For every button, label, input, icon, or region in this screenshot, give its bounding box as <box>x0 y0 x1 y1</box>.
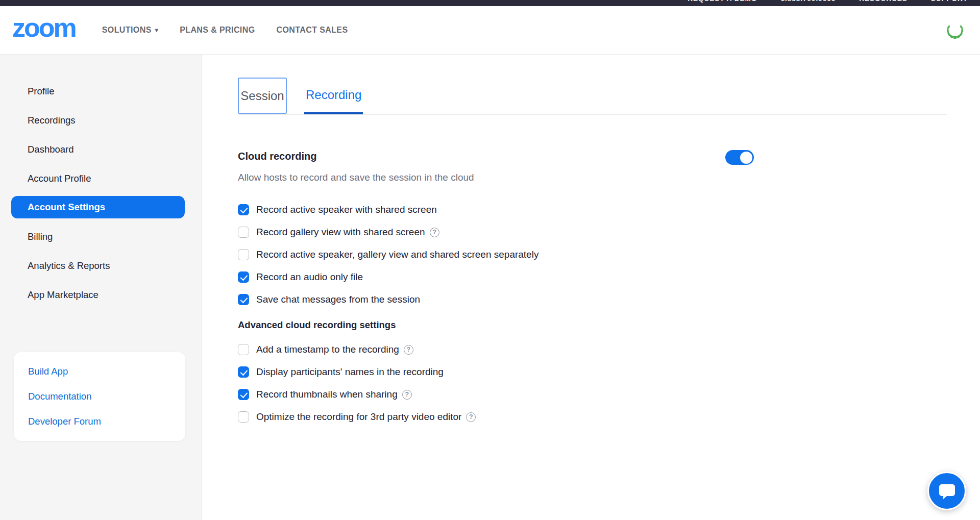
sidebar-item[interactable]: Account Settings <box>11 196 185 218</box>
sidebar-item[interactable]: Billing <box>0 222 201 251</box>
chat-launcher-button[interactable] <box>927 472 966 510</box>
help-question-icon[interactable]: ? <box>404 345 413 355</box>
checkbox[interactable] <box>238 249 249 260</box>
sidebar-item[interactable]: Analytics & Reports <box>0 251 201 280</box>
sidebar-item[interactable]: Dashboard <box>0 135 201 164</box>
checkbox-label: Record active speaker, gallery view and … <box>256 249 538 260</box>
topbar-link[interactable]: SUPPORT <box>931 0 968 3</box>
advanced-settings-title: Advanced cloud recording settings <box>238 319 947 331</box>
topbar-link[interactable]: REQUEST A DEMO <box>688 0 757 3</box>
developer-link[interactable]: Developer Forum <box>14 409 185 434</box>
sidebar-item-label: Account Profile <box>28 173 91 184</box>
checkbox-label: Record an audio only file <box>256 271 363 283</box>
developer-links-card: Build App Documentation Developer Forum <box>14 352 185 441</box>
checkbox[interactable] <box>238 366 249 378</box>
help-question-icon[interactable]: ? <box>466 412 476 422</box>
laurel-wreath-icon <box>944 19 966 41</box>
setting-checkbox-row: Record active speaker, gallery view and … <box>238 243 947 266</box>
cloud-recording-title: Cloud recording <box>238 151 316 162</box>
cloud-recording-options: Record active speaker with shared screen… <box>238 199 947 311</box>
zoom-logo[interactable]: zoom <box>12 14 76 46</box>
help-question-icon[interactable]: ? <box>430 228 439 237</box>
setting-checkbox-row: Record active speaker with shared screen… <box>238 199 947 221</box>
checkbox[interactable] <box>238 411 249 423</box>
checkbox-label: Record gallery view with shared screen <box>256 227 425 238</box>
zoom-settings-page: REQUEST A DEMO1.888.799.9666RESOURCESSUP… <box>0 0 980 520</box>
help-question-icon[interactable]: ? <box>402 390 412 400</box>
checkbox-label: Display participants' names in the recor… <box>256 366 444 378</box>
sidebar-item[interactable]: Profile <box>0 77 201 106</box>
cloud-recording-header-row: Cloud recording <box>238 151 947 165</box>
sidebar-item-label: Profile <box>28 86 54 97</box>
setting-checkbox-row: Save chat messages from the session ? <box>238 288 947 311</box>
cloud-recording-description: Allow hosts to record and save the sessi… <box>238 172 947 183</box>
sidebar-item-label: Account Settings <box>28 202 105 213</box>
utility-topbar: REQUEST A DEMO1.888.799.9666RESOURCESSUP… <box>0 0 980 6</box>
cloud-recording-toggle[interactable] <box>725 150 754 165</box>
settings-tabs: Session Recording <box>238 78 947 115</box>
setting-checkbox-row: Record thumbnails when sharing ? <box>238 383 947 406</box>
setting-checkbox-row: Record an audio only file ? <box>238 266 947 288</box>
toggle-knob <box>740 152 752 164</box>
chat-bubble-icon <box>939 484 955 496</box>
page-body: Profile Recordings Dashboard Account Pro… <box>0 55 980 520</box>
sidebar-item[interactable]: Recordings <box>0 106 201 135</box>
setting-checkbox-row: Record gallery view with shared screen ? <box>238 221 947 243</box>
sidebar-item-label: Analytics & Reports <box>28 260 110 271</box>
settings-content: Session Recording Cloud recording Allow … <box>202 55 980 520</box>
developer-link[interactable]: Build App <box>14 359 185 384</box>
checkbox[interactable] <box>238 344 249 355</box>
tab-session[interactable]: Session <box>238 78 287 114</box>
topbar-link[interactable]: 1.888.799.9666 <box>780 0 836 3</box>
sidebar-item-label: Recordings <box>28 115 76 126</box>
sidebar-item-label: Dashboard <box>28 144 74 155</box>
sidebar-item-label: Billing <box>28 231 53 242</box>
header-nav-item[interactable]: PLANS & PRICING ▾ <box>180 26 255 35</box>
sidebar-item[interactable]: Account Profile <box>0 164 201 193</box>
sidebar-item-label: App Marketplace <box>28 289 99 301</box>
setting-checkbox-row: Optimize the recording for 3rd party vid… <box>238 406 947 428</box>
sidebar-item[interactable]: App Marketplace <box>0 280 201 309</box>
topbar-link[interactable]: RESOURCES <box>859 0 908 3</box>
checkbox[interactable] <box>238 389 249 400</box>
header-nav-item[interactable]: CONTACT SALES ▾ <box>276 26 348 35</box>
setting-checkbox-row: Add a timestamp to the recording ? <box>238 338 947 361</box>
checkbox[interactable] <box>238 204 249 215</box>
chevron-down-icon: ▾ <box>155 27 158 34</box>
checkbox-label: Record thumbnails when sharing <box>256 389 398 400</box>
checkbox-label: Optimize the recording for 3rd party vid… <box>256 411 461 423</box>
header-nav: SOLUTIONS ▾ PLANS & PRICING ▾ CONTACT SA… <box>102 26 348 35</box>
advanced-recording-options: Add a timestamp to the recording ? Displ… <box>238 338 947 428</box>
checkbox-label: Record active speaker with shared screen <box>256 204 437 215</box>
checkbox[interactable] <box>238 227 249 238</box>
header-nav-item[interactable]: SOLUTIONS ▾ <box>102 26 158 35</box>
setting-checkbox-row: Display participants' names in the recor… <box>238 361 947 383</box>
checkbox-label: Add a timestamp to the recording <box>256 344 399 355</box>
main-header: zoom SOLUTIONS ▾ PLANS & PRICING ▾ CONTA… <box>0 6 980 55</box>
checkbox[interactable] <box>238 271 249 283</box>
developer-link[interactable]: Documentation <box>14 384 185 409</box>
tab-recording[interactable]: Recording <box>304 78 363 114</box>
checkbox-label: Save chat messages from the session <box>256 294 420 305</box>
settings-sidebar: Profile Recordings Dashboard Account Pro… <box>0 55 202 520</box>
checkbox[interactable] <box>238 294 249 305</box>
